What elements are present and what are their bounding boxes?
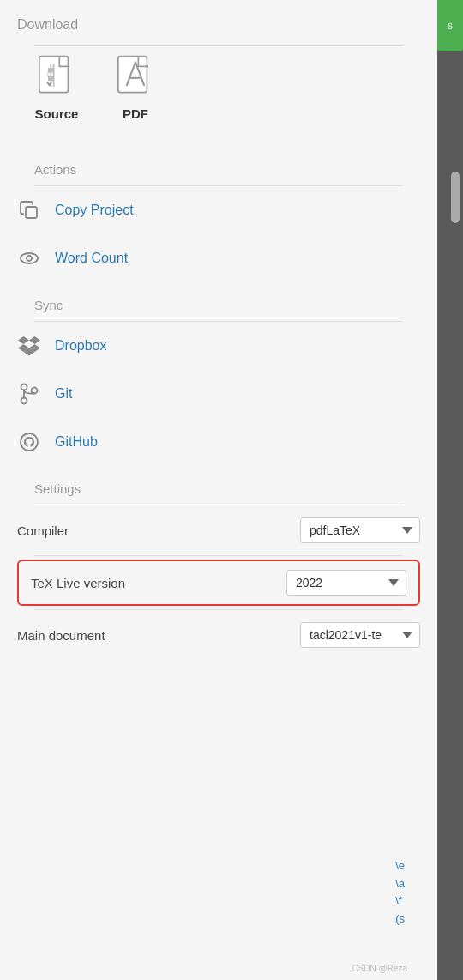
svg-marker-11 <box>18 336 29 344</box>
svg-point-17 <box>21 398 27 404</box>
source-icon <box>34 55 79 100</box>
svg-rect-8 <box>26 207 37 218</box>
settings-section: Settings Compiler pdfLaTeX LaTeX XeLaTeX… <box>0 466 437 660</box>
compiler-row: Compiler pdfLaTeX LaTeX XeLaTeX LuaLaTeX <box>17 505 420 555</box>
github-item[interactable]: GitHub <box>17 418 420 466</box>
svg-rect-6 <box>118 57 147 93</box>
watermark: CSDN @Reza <box>352 964 407 973</box>
github-icon <box>17 430 41 454</box>
compiler-label: Compiler <box>17 523 69 538</box>
pdf-download-button[interactable]: PDF <box>113 55 158 121</box>
pdf-icon <box>113 55 158 100</box>
svg-point-20 <box>21 433 38 451</box>
copy-project-label: Copy Project <box>55 203 134 218</box>
git-item[interactable]: Git <box>17 370 420 418</box>
main-document-row: Main document tacl2021v1-te <box>17 610 420 660</box>
sync-section: Sync Dropbox <box>0 282 437 466</box>
compiler-select[interactable]: pdfLaTeX LaTeX XeLaTeX LuaLaTeX <box>300 517 420 543</box>
dropbox-icon <box>17 334 41 358</box>
main-document-select[interactable]: tacl2021v1-te <box>300 622 420 648</box>
copy-project-icon <box>17 198 41 222</box>
right-bar-green-button[interactable]: s <box>437 0 463 51</box>
main-document-label: Main document <box>17 628 105 643</box>
right-sidebar: s <box>437 0 463 980</box>
git-icon <box>17 382 41 406</box>
word-count-item[interactable]: Word Count <box>17 234 420 282</box>
pdf-label: PDF <box>123 106 148 121</box>
github-label: GitHub <box>55 434 98 450</box>
git-label: Git <box>55 386 72 402</box>
svg-point-18 <box>32 388 38 394</box>
svg-point-9 <box>21 253 38 263</box>
word-count-label: Word Count <box>55 251 128 266</box>
actions-title: Actions <box>17 147 420 185</box>
svg-marker-12 <box>29 336 40 344</box>
compiler-divider <box>34 555 403 556</box>
tex-live-label: TeX Live version <box>31 576 125 590</box>
tex-live-row: TeX Live version 2022 2021 2020 2019 <box>17 560 420 606</box>
dropbox-label: Dropbox <box>55 338 106 354</box>
scrollbar-thumb[interactable] <box>451 172 460 223</box>
code-snippet: \e \a \f (s <box>395 857 405 929</box>
dropbox-item[interactable]: Dropbox <box>17 322 420 370</box>
word-count-icon <box>17 246 41 270</box>
source-label: Source <box>35 106 79 121</box>
copy-project-item[interactable]: Copy Project <box>17 186 420 234</box>
tex-live-select[interactable]: 2022 2021 2020 2019 <box>286 570 406 596</box>
actions-section: Actions Copy Project <box>0 147 437 282</box>
source-download-button[interactable]: Source <box>34 55 79 121</box>
svg-rect-4 <box>48 76 54 81</box>
download-icons: Source PDF <box>17 46 420 130</box>
svg-rect-3 <box>48 68 54 72</box>
settings-title: Settings <box>17 466 420 505</box>
download-title: Download <box>17 0 420 45</box>
svg-point-16 <box>21 384 27 390</box>
svg-point-10 <box>27 256 32 261</box>
sync-title: Sync <box>17 282 420 321</box>
